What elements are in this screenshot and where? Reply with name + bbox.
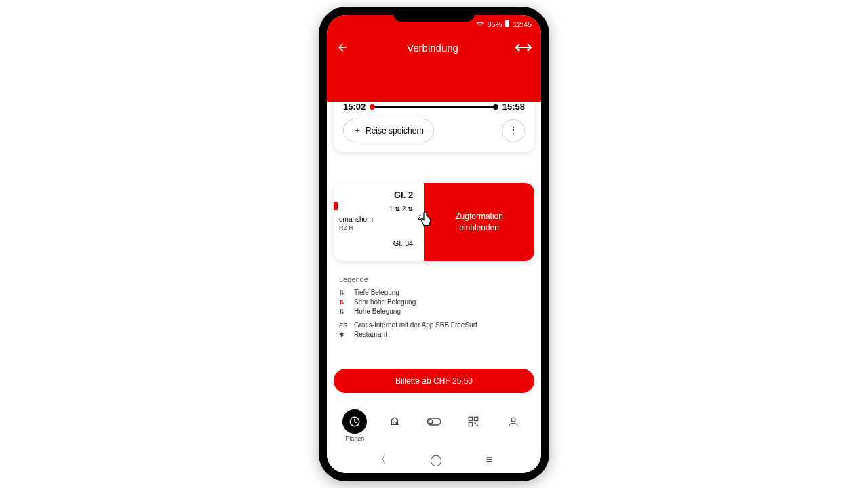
destination-partial: omanshorn [339,216,418,223]
bottom-tab-bar: Planen [327,407,541,442]
occupancy-med-icon: ⇅ [339,308,349,315]
connection-summary-card: Bern → Zürich HB Mo. 04.07.2022, 56 min … [334,102,534,152]
tab-station[interactable] [382,409,407,442]
timeline-bar [370,106,498,108]
tab-toggle[interactable] [422,409,446,442]
battery-icon [505,20,510,29]
content-area: Bern → Zürich HB Mo. 04.07.2022, 56 min … [327,102,541,473]
legend-item: ⇅ Sehr hohe Belegung [339,298,529,306]
nav-home-icon[interactable]: ◯ [430,453,442,466]
kebab-icon: ⋮ [509,129,518,133]
profile-icon [501,409,526,434]
line-indicator [334,202,338,210]
svg-rect-3 [427,418,441,425]
actions-row: ＋ Reise speichern ⋮ [343,119,525,142]
svg-rect-7 [469,423,473,426]
plan-icon [342,409,367,434]
save-trip-button[interactable]: ＋ Reise speichern [343,119,434,142]
android-nav-bar: 〈 ◯ ≡ [327,446,541,473]
back-button[interactable] [336,41,350,54]
svg-point-4 [429,420,433,424]
platform-label: Gl. 2 [339,190,418,200]
sbb-logo-icon [515,43,532,52]
plus-icon: ＋ [353,125,361,136]
legend-item: ✱ Restaurant [339,331,529,338]
occupancy-label: 1.⇅ 2.⇅ [339,205,418,213]
svg-rect-1 [507,20,508,20]
nav-back-icon[interactable]: 〈 [376,453,387,467]
phone-screen: 85% 12:45 Verbindung Bern → Zürich HB [327,15,541,473]
arrival-time: 15:58 [502,102,525,112]
svg-rect-6 [475,417,478,420]
platform-label-2: Gl. 34 [339,239,418,247]
svg-rect-0 [505,20,509,27]
more-options-button[interactable]: ⋮ [502,119,525,142]
legend-label: Restaurant [354,331,387,338]
clock-time: 12:45 [513,20,532,28]
connection-details: Gl. 2 1.⇅ 2.⇅ omanshorn RZ R Gl. 34 [334,183,424,261]
station-icon [382,409,407,434]
train-formation-label: Zugformation einblenden [455,211,503,234]
svg-rect-5 [469,417,473,420]
legend-label: Hohe Belegung [354,308,401,315]
wifi-icon [476,20,484,28]
services-label: RZ R [339,224,418,231]
freesurf-icon: FS [339,322,349,329]
tab-profile[interactable] [501,409,526,442]
train-formation-action[interactable]: Zugformation einblenden [424,183,534,261]
toggle-icon [422,409,446,434]
tab-planen[interactable]: Planen [342,409,367,442]
occupancy-high-icon: ⇅ [339,299,349,306]
legend-label: Tiefe Belegung [354,289,399,296]
time-row: 15:02 15:58 [343,102,525,112]
legend-item: FS Gratis-Internet mit der App SBB FreeS… [339,321,529,329]
save-trip-label: Reise speichern [366,126,424,136]
nav-recent-icon[interactable]: ≡ [486,453,492,466]
departure-time: 15:02 [343,102,366,112]
legend-section: Legende ⇅ Tiefe Belegung ⇅ Sehr hohe Bel… [339,275,529,340]
svg-point-10 [511,418,515,422]
battery-percent: 85% [487,20,502,28]
qr-icon [461,409,486,434]
app-header: Verbindung [327,34,541,61]
connection-swipe-card[interactable]: Gl. 2 1.⇅ 2.⇅ omanshorn RZ R Gl. 34 Zugf… [334,183,534,261]
svg-rect-8 [475,423,476,424]
legend-title: Legende [339,275,529,283]
hand-pointer-icon [417,210,433,234]
phone-frame: 85% 12:45 Verbindung Bern → Zürich HB [319,7,549,481]
legend-item: ⇅ Tiefe Belegung [339,289,529,296]
phone-notch [393,7,475,22]
buy-ticket-button[interactable]: Billette ab CHF 25.50 [334,369,534,393]
occupancy-low-icon: ⇅ [339,289,349,296]
legend-label: Sehr hohe Belegung [354,298,416,306]
header-extension [327,61,541,102]
tab-qr[interactable] [461,409,486,442]
legend-label: Gratis-Internet mit der App SBB FreeSurf [354,321,477,329]
restaurant-icon: ✱ [339,331,349,338]
legend-item: ⇅ Hohe Belegung [339,308,529,315]
page-title: Verbindung [407,42,458,54]
svg-rect-9 [477,425,478,426]
tab-label: Planen [345,435,364,442]
